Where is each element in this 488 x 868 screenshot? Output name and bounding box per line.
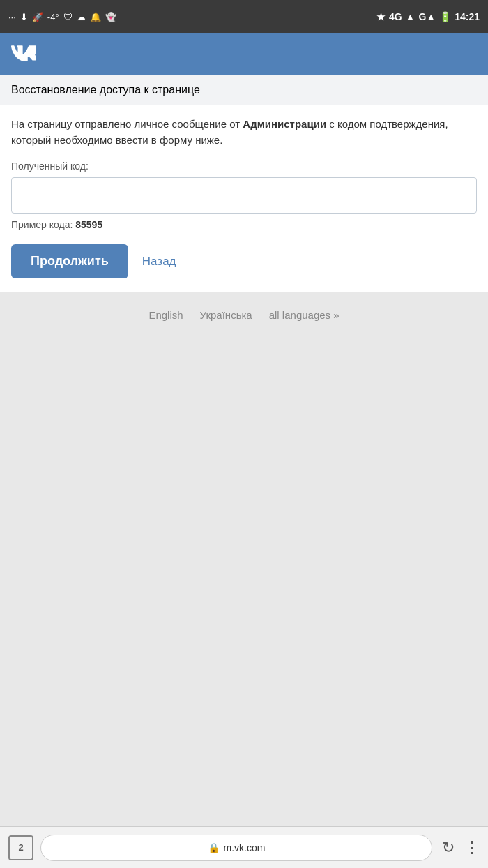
page-title-bar: Восстановление доступа к странице <box>0 75 488 105</box>
star-icon: ★ <box>376 11 386 22</box>
description-part1: На страницу отправлено личное сообщение … <box>11 118 243 130</box>
time: 14:21 <box>455 11 480 22</box>
vk-header <box>0 33 488 75</box>
language-footer: English Українська all languages » <box>0 292 488 826</box>
notification-dots: ··· <box>8 12 16 22</box>
weather-icon: ☁ <box>77 12 86 22</box>
reload-button[interactable]: ↻ <box>442 839 455 857</box>
battery-icon: 🔋 <box>439 11 451 22</box>
network-4g: 4G <box>389 11 402 22</box>
status-bar: ··· ⬇ 🚀 -4° 🛡 ☁ 🔔 👻 ★ 4G ▲ G▲ 🔋 14:21 <box>0 0 488 33</box>
status-left: ··· ⬇ 🚀 -4° 🛡 ☁ 🔔 👻 <box>8 12 116 22</box>
lock-icon: 🔒 <box>208 842 220 853</box>
ukrainian-language-link[interactable]: Українська <box>200 309 252 809</box>
code-field-label: Полученный код: <box>11 160 477 172</box>
page-title: Восстановление доступа к странице <box>11 84 200 96</box>
admin-bold: Администрации <box>243 118 326 130</box>
shield-icon: 🛡 <box>63 12 73 22</box>
signal-icon: ▲ <box>406 11 415 22</box>
buttons-row: Продолжить Назад <box>11 244 477 278</box>
status-right: ★ 4G ▲ G▲ 🔋 14:21 <box>376 11 480 22</box>
example-code: 85595 <box>75 219 102 230</box>
code-input[interactable] <box>11 177 477 214</box>
url-bar[interactable]: 🔒 m.vk.com <box>40 835 432 861</box>
ghost-icon: 👻 <box>105 12 116 22</box>
alert-icon: 🔔 <box>90 12 101 22</box>
vk-logo <box>11 43 36 66</box>
description-text: На страницу отправлено личное сообщение … <box>11 117 477 148</box>
browser-bar: 2 🔒 m.vk.com ↻ ⋮ <box>0 826 488 868</box>
tab-count-button[interactable]: 2 <box>8 835 33 860</box>
example-prefix: Пример кода: <box>11 219 75 230</box>
back-button[interactable]: Назад <box>142 255 176 269</box>
rocket-icon: 🚀 <box>32 12 43 22</box>
code-example: Пример кода: 85595 <box>11 219 477 230</box>
download-icon: ⬇ <box>20 12 28 22</box>
signal-g-icon: G▲ <box>418 11 436 22</box>
browser-menu-button[interactable]: ⋮ <box>464 839 480 857</box>
english-language-link[interactable]: English <box>148 309 183 809</box>
temperature: -4° <box>47 12 59 22</box>
all-languages-link[interactable]: all languages » <box>269 309 340 809</box>
continue-button[interactable]: Продолжить <box>11 244 128 278</box>
url-text: m.vk.com <box>224 842 266 853</box>
main-content: На страницу отправлено личное сообщение … <box>0 105 488 292</box>
